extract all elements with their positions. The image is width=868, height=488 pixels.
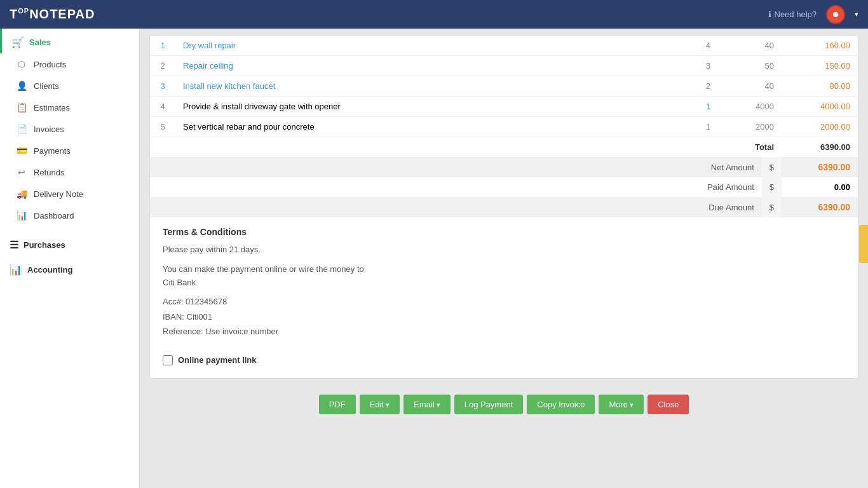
row-amount: 160.00 [782, 36, 858, 56]
accounting-icon: 📊 [10, 264, 22, 276]
help-label: Need help? [775, 10, 817, 19]
need-help-button[interactable]: ℹ Need help? [768, 10, 817, 19]
row-num: 1 [150, 36, 175, 56]
terms-line1: Please pay within 21 days. [163, 243, 845, 257]
row-num: 2 [150, 56, 175, 76]
close-button[interactable]: Close [648, 395, 689, 414]
clients-icon: 👤 [16, 81, 27, 91]
invoices-icon: 📄 [16, 124, 27, 134]
sales-icon: 🛒 [11, 36, 24, 48]
row-rate: 40 [718, 76, 782, 97]
more-button[interactable]: More [599, 395, 644, 414]
help-icon: ℹ [768, 10, 771, 19]
table-row: 1 Dry wall repair 4 40 160.00 [150, 36, 858, 56]
sidebar-item-products[interactable]: ⬡ Products [0, 53, 139, 75]
products-icon: ⬡ [16, 59, 27, 69]
sidebar-item-refunds[interactable]: ↩ Refunds [0, 161, 139, 183]
sidebar-item-dashboard[interactable]: 📊 Dashboard [0, 205, 139, 226]
due-amount-row: Due Amount $ 6390.00 [150, 197, 858, 217]
sidebar-item-invoices[interactable]: 📄 Invoices [0, 118, 139, 140]
payment-link-section: Online payment link [150, 349, 858, 378]
row-rate: 4000 [718, 97, 782, 117]
row-qty: 1 [667, 117, 718, 137]
copy-invoice-button[interactable]: Copy Invoice [527, 395, 595, 414]
terms-reference: Reference: Use invoice number [163, 324, 845, 339]
row-desc: Dry wall repair [175, 36, 667, 56]
log-payment-button[interactable]: Log Payment [454, 395, 524, 414]
sales-label: Sales [29, 37, 51, 47]
net-amount-row: Net Amount $ 6390.00 [150, 157, 858, 177]
row-amount: 150.00 [782, 56, 858, 76]
row-rate: 40 [718, 36, 782, 56]
invoice-line-items-table: 1 Dry wall repair 4 40 160.00 2 Repair c… [150, 36, 858, 157]
footer-toolbar: PDF Edit Email Log Payment Copy Invoice … [140, 385, 868, 424]
row-num: 3 [150, 76, 175, 97]
terms-section: Terms & Conditions Please pay within 21 … [150, 217, 858, 349]
due-amount-label: Due Amount [150, 197, 762, 217]
sidebar-item-estimates-label: Estimates [34, 103, 70, 112]
purchases-icon: ☰ [10, 239, 18, 251]
terms-acc: Acc#: 012345678 [163, 294, 845, 309]
edit-button[interactable]: Edit [360, 395, 400, 414]
email-button[interactable]: Email [403, 395, 451, 414]
row-desc: Repair ceiling [175, 56, 667, 76]
total-row: Total 6390.00 [150, 137, 858, 158]
invoice-totals-table: Net Amount $ 6390.00 Paid Amount $ 0.00 … [150, 157, 858, 217]
user-menu-arrow[interactable]: ▾ [855, 10, 858, 18]
row-amount: 4000.00 [782, 97, 858, 117]
sidebar-item-delivery-note[interactable]: 🚚 Delivery Note [0, 183, 139, 205]
layout: 🛒 Sales ⬡ Products 👤 Clients 📋 Estimates… [0, 29, 868, 488]
row-num: 4 [150, 97, 175, 117]
row-amount: 80.00 [782, 76, 858, 97]
online-payment-checkbox[interactable] [163, 355, 173, 365]
navbar-right: ℹ Need help? ▾ [768, 5, 859, 24]
sidebar-item-products-label: Products [34, 60, 66, 69]
net-value: 6390.00 [782, 157, 858, 177]
paid-currency: $ [762, 177, 782, 197]
sidebar-section-purchases[interactable]: ☰ Purchases [0, 231, 139, 256]
sidebar-item-clients[interactable]: 👤 Clients [0, 75, 139, 97]
estimates-icon: 📋 [16, 102, 27, 112]
due-currency: $ [762, 197, 782, 217]
side-handle[interactable] [859, 225, 868, 263]
sidebar-item-payments[interactable]: 💳 Payments [0, 140, 139, 161]
online-payment-label: Online payment link [178, 355, 257, 365]
main-content: 1 Dry wall repair 4 40 160.00 2 Repair c… [140, 29, 868, 488]
net-currency: $ [762, 157, 782, 177]
user-avatar[interactable] [826, 5, 845, 24]
sidebar-item-delivery-label: Delivery Note [34, 189, 83, 199]
row-qty: 2 [667, 76, 718, 97]
total-label: Total [718, 137, 782, 158]
paid-value: 0.00 [782, 177, 858, 197]
sidebar-item-estimates[interactable]: 📋 Estimates [0, 97, 139, 118]
terms-title: Terms & Conditions [163, 227, 845, 237]
row-rate: 50 [718, 56, 782, 76]
terms-line2: You can make the payment online or wire … [163, 263, 845, 290]
row-desc: Provide & install driveway gate with ope… [175, 97, 667, 117]
sidebar-section-accounting[interactable]: 📊 Accounting [0, 256, 139, 281]
sidebar-section-sales[interactable]: 🛒 Sales [0, 29, 139, 53]
net-amount-label: Net Amount [150, 157, 762, 177]
accounting-label: Accounting [27, 265, 73, 274]
purchases-label: Purchases [24, 240, 65, 250]
row-qty: 1 [667, 97, 718, 117]
sidebar-item-clients-label: Clients [34, 81, 59, 91]
paid-amount-row: Paid Amount $ 0.00 [150, 177, 858, 197]
pdf-button[interactable]: PDF [319, 395, 356, 414]
delivery-icon: 🚚 [16, 189, 27, 199]
table-row: 2 Repair ceiling 3 50 150.00 [150, 56, 858, 76]
terms-iban: IBAN: Citi001 [163, 309, 845, 324]
sidebar-item-dashboard-label: Dashboard [34, 211, 74, 220]
invoice-area: 1 Dry wall repair 4 40 160.00 2 Repair c… [149, 35, 858, 379]
row-num: 5 [150, 117, 175, 137]
row-qty: 3 [667, 56, 718, 76]
sidebar: 🛒 Sales ⬡ Products 👤 Clients 📋 Estimates… [0, 29, 140, 488]
app-logo[interactable]: TOPNOTEPAD [10, 7, 95, 22]
sidebar-item-refunds-label: Refunds [34, 168, 64, 177]
navbar: TOPNOTEPAD ℹ Need help? ▾ [0, 0, 868, 29]
row-rate: 2000 [718, 117, 782, 137]
table-row: 3 Install new kitchen faucet 2 40 80.00 [150, 76, 858, 97]
sidebar-item-invoices-label: Invoices [34, 125, 64, 134]
row-desc: Set vertical rebar and pour concrete [175, 117, 667, 137]
refunds-icon: ↩ [16, 167, 27, 177]
